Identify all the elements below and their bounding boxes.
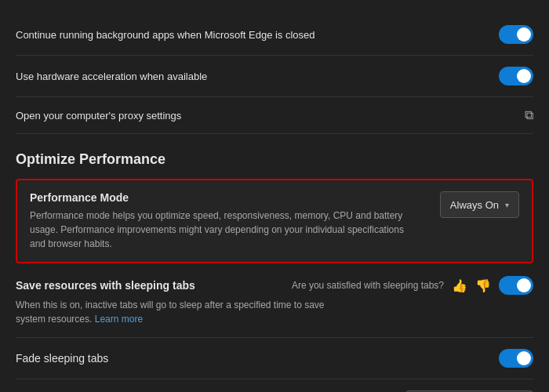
- settings-container: Continue running background apps when Mi…: [0, 0, 549, 392]
- hw-accel-label: Use hardware acceleration when available: [16, 71, 499, 82]
- proxy-row: Open your computer's proxy settings ⧉: [16, 97, 533, 134]
- hw-accel-row: Use hardware acceleration when available: [16, 56, 533, 97]
- sleeping-tabs-desc: When this is on, inactive tabs will go t…: [16, 298, 329, 326]
- learn-more-link[interactable]: Learn more: [95, 314, 143, 325]
- fade-sleeping-toggle[interactable]: [499, 349, 533, 368]
- thumbs-up-icon[interactable]: 👍: [452, 278, 467, 293]
- fade-sleeping-label: Fade sleeping tabs: [16, 352, 108, 365]
- inactive-tabs-row: Put inactive tabs to sleep after the spe…: [16, 379, 533, 392]
- external-link-icon[interactable]: ⧉: [525, 108, 533, 122]
- performance-mode-dropdown-value: Always On: [450, 199, 499, 211]
- sleeping-tabs-right: Are you satisfied with sleeping tabs? 👍 …: [292, 276, 533, 295]
- fade-sleeping-tabs-row: Fade sleeping tabs: [16, 338, 533, 379]
- performance-mode-header: Performance Mode Performance mode helps …: [30, 191, 519, 251]
- sleeping-tabs-toggle[interactable]: [499, 276, 533, 295]
- performance-mode-text-group: Performance Mode Performance mode helps …: [30, 191, 414, 251]
- thumbs-down-icon[interactable]: 👎: [475, 278, 491, 293]
- sleeping-tabs-row: Save resources with sleeping tabs Are yo…: [16, 265, 533, 338]
- performance-mode-desc: Performance mode helps you optimize spee…: [30, 209, 414, 251]
- bg-apps-label: Continue running background apps when Mi…: [16, 29, 499, 41]
- sleeping-tabs-header: Save resources with sleeping tabs Are yo…: [16, 276, 533, 295]
- performance-mode-title: Performance Mode: [30, 191, 414, 204]
- toggle-thumb: [517, 351, 531, 365]
- chevron-down-icon: ▾: [505, 201, 509, 209]
- performance-mode-dropdown[interactable]: Always On ▾: [440, 191, 519, 218]
- optimize-performance-heading: Optimize Performance: [16, 134, 533, 179]
- proxy-label: Open your computer's proxy settings: [16, 110, 525, 122]
- bg-apps-toggle[interactable]: [499, 25, 533, 44]
- sleeping-tabs-title: Save resources with sleeping tabs: [16, 279, 195, 292]
- toggle-thumb: [517, 27, 531, 42]
- performance-mode-box: Performance Mode Performance mode helps …: [16, 179, 533, 263]
- toggle-thumb: [517, 278, 531, 292]
- satisfied-text: Are you satisfied with sleeping tabs?: [292, 280, 444, 291]
- hw-accel-toggle[interactable]: [499, 67, 533, 85]
- toggle-thumb: [517, 69, 531, 83]
- bg-apps-row: Continue running background apps when Mi…: [16, 14, 533, 56]
